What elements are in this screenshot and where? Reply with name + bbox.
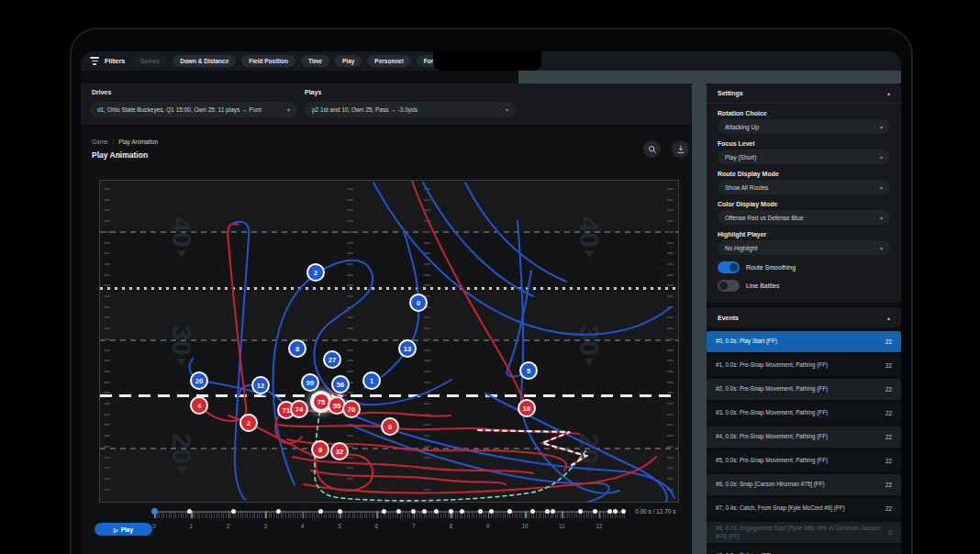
player-marker-offense-18[interactable]: 18 bbox=[518, 399, 536, 417]
player-marker-defense-2[interactable]: 2 bbox=[306, 263, 325, 282]
event-row-3[interactable]: #3, 0.0s: Pre-Snap Movement, Pathing (FF… bbox=[707, 403, 901, 424]
route-offense-20 bbox=[311, 471, 506, 484]
download-icon bbox=[676, 145, 685, 154]
field-plot[interactable]: 4030204030202082713201299561542717475557… bbox=[99, 180, 679, 503]
player-marker-defense-8[interactable]: 8 bbox=[288, 339, 306, 358]
player-marker-defense-56[interactable]: 56 bbox=[331, 375, 350, 393]
timeline-event-dot[interactable] bbox=[231, 509, 236, 514]
filter-tab-games[interactable]: Games bbox=[133, 55, 168, 67]
player-marker-defense-20[interactable]: 20 bbox=[190, 371, 208, 390]
player-marker-offense-4[interactable]: 4 bbox=[190, 396, 208, 415]
timeline-event-dot[interactable] bbox=[460, 509, 464, 514]
event-row-5[interactable]: #5, 0.0s: Pre-Snap Movement, Pathing (FF… bbox=[707, 450, 901, 471]
filter-tabs: GamesDown & DistanceField PositionTimePl… bbox=[133, 55, 464, 67]
event-row-4[interactable]: #4, 0.0s: Pre-Snap Movement, Pathing (FF… bbox=[707, 427, 901, 448]
player-marker-offense-32[interactable]: 32 bbox=[330, 442, 349, 460]
download-button[interactable] bbox=[672, 140, 689, 158]
timeline-event-dot[interactable] bbox=[578, 509, 583, 514]
timeline-event-dot[interactable] bbox=[187, 509, 192, 514]
event-text: #4, 0.0s: Pre-Snap Movement, Pathing (FF… bbox=[716, 433, 885, 441]
stage: Filters GamesDown & DistanceField Positi… bbox=[0, 0, 980, 554]
setting-select-route-display-mode[interactable]: Show All Routes▾ bbox=[718, 180, 890, 194]
event-count: 22 bbox=[885, 482, 892, 488]
event-count: 22 bbox=[885, 505, 892, 512]
filter-tab-time[interactable]: Time bbox=[301, 55, 329, 67]
event-count: 22 bbox=[885, 458, 892, 464]
timeline-event-dot[interactable] bbox=[411, 509, 416, 514]
setting-label-rotation-choice: Rotation Choice bbox=[718, 110, 890, 116]
timeline-event-dot[interactable] bbox=[530, 509, 535, 514]
player-marker-offense-8[interactable]: 8 bbox=[381, 417, 399, 436]
player-marker-defense-1[interactable]: 1 bbox=[362, 371, 381, 390]
timeline-event-dot[interactable] bbox=[545, 509, 550, 514]
timeline-event-dot[interactable] bbox=[276, 509, 281, 514]
event-text: #3, 0.0s: Pre-Snap Movement, Pathing (FF… bbox=[716, 409, 885, 417]
events-header[interactable]: Events ▴ bbox=[707, 307, 901, 327]
event-count: 22 bbox=[885, 434, 892, 440]
drives-select[interactable]: d1, Ohio State Buckeyes, Q1 15:00, Own 2… bbox=[90, 102, 297, 117]
setting-label-highlight-player: Highlight Player bbox=[718, 231, 890, 238]
timeline-event-dot[interactable] bbox=[422, 509, 427, 514]
timeline-event-dot[interactable] bbox=[151, 508, 158, 515]
toggle-route-smoothing[interactable] bbox=[718, 261, 740, 273]
event-row-9[interactable]: #9, 0.8s: Pathing (FF)22 bbox=[707, 546, 901, 554]
magnifier-icon bbox=[648, 145, 657, 154]
filter-tab-down-distance[interactable]: Down & Distance bbox=[173, 55, 236, 67]
setting-select-highlight-player[interactable]: No Highlight▾ bbox=[718, 240, 890, 255]
setting-select-color-display-mode[interactable]: Offense Red vs Defense Blue▾ bbox=[718, 210, 890, 225]
timeline-event-dot[interactable] bbox=[551, 509, 555, 514]
timeline-major-tick bbox=[228, 511, 230, 518]
timeline-event-dot[interactable] bbox=[478, 509, 483, 514]
player-marker-offense-6[interactable]: 6 bbox=[311, 440, 329, 459]
timeline-second-label: 11 bbox=[552, 523, 571, 529]
player-marker-offense-70[interactable]: 70 bbox=[342, 400, 361, 418]
event-row-2[interactable]: #2, 0.0s: Pre-Snap Movement, Pathing (FF… bbox=[707, 379, 901, 400]
timeline-second-label: 9 bbox=[479, 523, 497, 529]
event-row-8[interactable]: #8, 0.7s: Engagement Start [Rylie Mills … bbox=[707, 522, 901, 543]
timeline-second-label: 7 bbox=[405, 523, 423, 529]
timeline-event-dot[interactable] bbox=[449, 509, 453, 514]
player-marker-defense-5[interactable]: 5 bbox=[519, 361, 538, 380]
player-marker-defense-12[interactable]: 12 bbox=[251, 376, 270, 394]
toggle-line-battles[interactable] bbox=[718, 280, 740, 292]
settings-header[interactable]: Settings ▴ bbox=[707, 83, 901, 104]
event-text: #1, 0.0s: Pre-Snap Movement, Pathing (FF… bbox=[716, 361, 885, 370]
timeline-event-dot[interactable] bbox=[507, 509, 512, 514]
timeline-event-dot[interactable] bbox=[338, 509, 342, 514]
filter-tab-field-position[interactable]: Field Position bbox=[241, 55, 295, 67]
player-marker-defense-27[interactable]: 27 bbox=[323, 350, 341, 369]
event-row-1[interactable]: #1, 0.0s: Pre-Snap Movement, Pathing (FF… bbox=[707, 355, 901, 376]
timeline-event-dot[interactable] bbox=[607, 509, 612, 514]
event-row-6[interactable]: #6, 0.0s: Snap [Carson Hinzman #75] (FF)… bbox=[707, 474, 901, 495]
plays-selected-value: p2 1st and 10, Own 25; Pass → -3.0yds bbox=[312, 106, 418, 113]
top-strip bbox=[518, 71, 901, 83]
player-marker-offense-2[interactable]: 2 bbox=[239, 414, 258, 432]
player-marker-defense-99[interactable]: 99 bbox=[301, 373, 319, 392]
event-count: 22 bbox=[885, 338, 892, 345]
app-screen: Filters GamesDown & DistanceField Positi… bbox=[81, 51, 901, 554]
timeline-event-dot[interactable] bbox=[489, 509, 494, 514]
zoom-button[interactable] bbox=[643, 140, 661, 158]
filter-tab-personnel[interactable]: Personnel bbox=[367, 55, 410, 67]
player-marker-offense-74[interactable]: 74 bbox=[290, 400, 308, 418]
timeline-event-dot[interactable] bbox=[318, 509, 323, 514]
timeline-track[interactable] bbox=[154, 511, 626, 518]
player-marker-defense-0[interactable]: 0 bbox=[409, 294, 428, 312]
filter-tab-play[interactable]: Play bbox=[335, 55, 362, 67]
event-count: 22 bbox=[885, 362, 892, 369]
plays-select[interactable]: p2 1st and 10, Own 25; Pass → -3.0yds ▾ bbox=[305, 102, 516, 117]
event-row-7[interactable]: #7, 0.4s: Catch, From Snap [Kyle McCord … bbox=[707, 498, 901, 519]
timeline-event-dot[interactable] bbox=[434, 509, 439, 514]
play-button[interactable]: ▷ Play bbox=[95, 523, 152, 536]
timeline-event-dot[interactable] bbox=[396, 509, 401, 514]
setting-select-rotation-choice[interactable]: Attacking Up▾ bbox=[718, 119, 890, 134]
player-marker-defense-13[interactable]: 13 bbox=[398, 339, 417, 358]
toggle-row-route-smoothing: Route Smoothing bbox=[718, 261, 890, 273]
breadcrumb-game[interactable]: Game bbox=[92, 138, 108, 145]
timeline-event-dot[interactable] bbox=[621, 509, 626, 514]
event-row-0[interactable]: #0, 0.0s: Play Start (FF)22 bbox=[707, 331, 901, 352]
timeline-event-dot[interactable] bbox=[382, 509, 386, 514]
timeline-event-dot[interactable] bbox=[593, 509, 597, 514]
setting-select-focus-level[interactable]: Play (Short)▾ bbox=[718, 150, 890, 164]
event-count: 0 bbox=[888, 529, 892, 536]
